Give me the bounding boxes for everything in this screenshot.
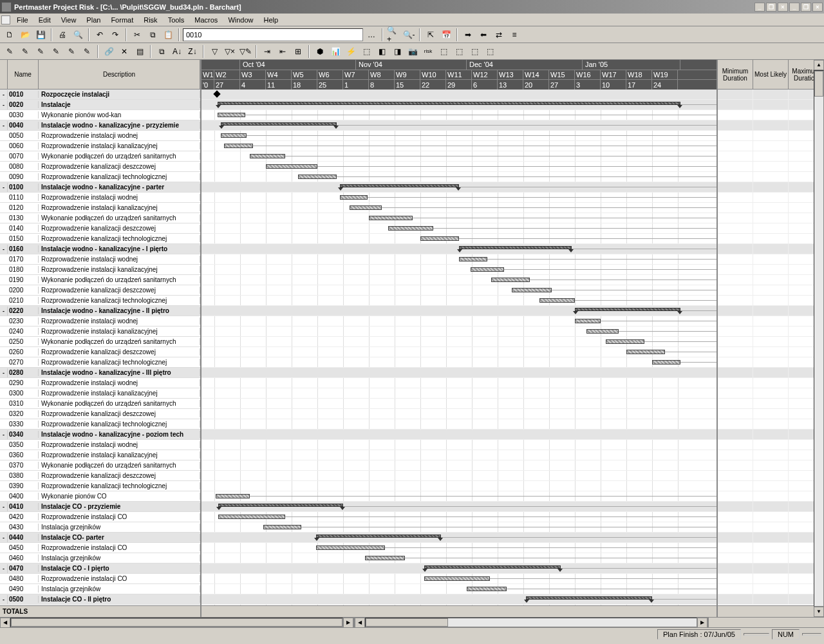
gantt-row[interactable] bbox=[201, 265, 716, 275]
table-row[interactable]: -0020Instalacje bbox=[0, 100, 200, 110]
reschedule-icon[interactable]: ≡ bbox=[507, 28, 521, 42]
expand-toggle[interactable]: - bbox=[0, 183, 8, 192]
menu-format[interactable]: Format bbox=[106, 15, 138, 25]
duration-row[interactable] bbox=[718, 172, 824, 182]
gantt-row[interactable] bbox=[201, 584, 716, 594]
calendar-icon[interactable]: 📅 bbox=[439, 28, 453, 42]
analysis-1-icon[interactable]: ◧ bbox=[375, 44, 389, 59]
gantt-row[interactable] bbox=[201, 564, 716, 574]
duration-row[interactable] bbox=[718, 481, 824, 491]
gantt-row[interactable] bbox=[201, 110, 716, 120]
tool-4-icon[interactable]: ✎ bbox=[49, 44, 63, 59]
gantt-bar[interactable] bbox=[420, 236, 459, 241]
scroll-down-button[interactable]: ▼ bbox=[814, 607, 824, 617]
gantt-bar[interactable] bbox=[606, 339, 644, 344]
table-row[interactable]: 0170Rozprowadzenie instalacji wodnej bbox=[0, 254, 200, 265]
expand-toggle[interactable]: - bbox=[0, 100, 8, 109]
duration-row[interactable] bbox=[718, 223, 824, 234]
gantt-bar[interactable] bbox=[221, 133, 247, 138]
duration-row[interactable] bbox=[718, 100, 824, 110]
name-column-header[interactable]: Name bbox=[8, 60, 39, 89]
table-row[interactable]: 0380Rozprowadzenie kanalizacji deszczowe… bbox=[0, 471, 200, 481]
table-row[interactable]: -0010Rozpoczęcie instalacji bbox=[0, 90, 200, 100]
duration-row[interactable] bbox=[718, 120, 824, 131]
left-scroll-right[interactable]: ▶ bbox=[343, 618, 353, 628]
table-row[interactable]: 0390Rozprowadzenie kanalizacji technolog… bbox=[0, 481, 200, 491]
table-row[interactable]: 0070Wykonanie podłączeń do urządzeń sani… bbox=[0, 151, 200, 162]
gantt-bar[interactable] bbox=[459, 257, 487, 261]
restore-button[interactable]: ❐ bbox=[766, 3, 776, 12]
table-row[interactable]: -0280Instalacje wodno - kanalizacyjne - … bbox=[0, 368, 200, 378]
gantt-bar[interactable] bbox=[626, 350, 665, 354]
gantt-row[interactable] bbox=[201, 450, 716, 460]
gantt-hscroll-thumb[interactable] bbox=[366, 618, 449, 627]
gantt-row[interactable] bbox=[201, 162, 716, 172]
tornado-icon[interactable]: ⚡ bbox=[344, 44, 358, 59]
gantt-bar[interactable] bbox=[575, 308, 680, 311]
analysis-2-icon[interactable]: ◨ bbox=[390, 44, 404, 59]
gantt-bar[interactable] bbox=[652, 360, 680, 365]
duration-row[interactable] bbox=[718, 388, 824, 399]
table-row[interactable]: -0100Instalacje wodno - kanalizacyjne - … bbox=[0, 182, 200, 193]
duration-column-header[interactable]: Most Likely bbox=[753, 60, 789, 89]
close-button[interactable]: × bbox=[778, 3, 788, 12]
description-column-header[interactable]: Description bbox=[39, 60, 200, 89]
table-row[interactable]: 0360Rozprowadzenie instalacji kanalizacy… bbox=[0, 450, 200, 460]
gantt-row[interactable] bbox=[201, 223, 716, 234]
gantt-row[interactable] bbox=[201, 151, 716, 162]
table-row[interactable]: 0320Rozprowadzenie kanalizacji deszczowe… bbox=[0, 409, 200, 419]
duration-row[interactable] bbox=[718, 296, 824, 306]
filter-clear-icon[interactable]: ▽× bbox=[223, 44, 237, 59]
child-close-button[interactable]: × bbox=[812, 3, 823, 12]
gantt-bar[interactable] bbox=[491, 278, 530, 282]
duration-row[interactable] bbox=[718, 491, 824, 502]
duration-row[interactable] bbox=[718, 564, 824, 574]
duration-row[interactable] bbox=[718, 512, 824, 522]
duration-row[interactable] bbox=[718, 275, 824, 285]
duration-row[interactable] bbox=[718, 182, 824, 193]
gantt-bar[interactable] bbox=[224, 144, 253, 148]
zoom-in-icon[interactable]: 🔍+ bbox=[386, 28, 400, 42]
gantt-row[interactable] bbox=[201, 419, 716, 430]
child-minimize-button[interactable]: _ bbox=[789, 3, 800, 12]
tool-6-icon[interactable]: ✎ bbox=[80, 44, 94, 59]
gantt-bar[interactable] bbox=[388, 226, 433, 231]
gantt-row[interactable] bbox=[201, 481, 716, 491]
gantt-bar[interactable] bbox=[218, 113, 245, 117]
gantt-bar[interactable] bbox=[365, 556, 405, 560]
table-row[interactable]: 0050Rozprowadzenie instalacji wodnej bbox=[0, 131, 200, 141]
gantt-row[interactable] bbox=[201, 522, 716, 533]
expand-toggle[interactable]: - bbox=[0, 533, 8, 542]
expand-toggle[interactable]: - bbox=[0, 90, 8, 99]
gantt-row[interactable] bbox=[201, 553, 716, 564]
table-row[interactable]: 0260Rozprowadzenie kanalizacji deszczowe… bbox=[0, 347, 200, 357]
minimize-button[interactable]: _ bbox=[754, 3, 765, 12]
gantt-bar[interactable] bbox=[221, 122, 337, 126]
duration-row[interactable] bbox=[718, 285, 824, 296]
table-row[interactable]: 0140Rozprowadzenie kanalizacji deszczowe… bbox=[0, 223, 200, 234]
risk-opt-4-icon[interactable]: ⬚ bbox=[483, 44, 497, 59]
duration-row[interactable] bbox=[718, 430, 824, 440]
gantt-row[interactable] bbox=[201, 378, 716, 388]
table-row[interactable]: 0370Wykonanie podłączeń do urządzeń sani… bbox=[0, 460, 200, 471]
camera-icon[interactable]: 📷 bbox=[406, 44, 420, 59]
gantt-row[interactable] bbox=[201, 90, 716, 100]
unlink-icon[interactable]: ✕ bbox=[117, 44, 131, 59]
name-input[interactable] bbox=[183, 28, 363, 41]
duration-row[interactable] bbox=[718, 162, 824, 172]
gantt-row[interactable] bbox=[201, 460, 716, 471]
duration-row[interactable] bbox=[718, 234, 824, 244]
risk-opt-1-icon[interactable]: ⬚ bbox=[436, 44, 451, 59]
gantt-row[interactable] bbox=[201, 327, 716, 337]
duration-row[interactable] bbox=[718, 327, 824, 337]
gantt-row[interactable] bbox=[201, 533, 716, 543]
table-row[interactable]: 0180Rozprowadzenie instalacji kanalizacy… bbox=[0, 265, 200, 275]
gantt-row[interactable] bbox=[201, 388, 716, 399]
gantt-bar[interactable] bbox=[340, 184, 459, 187]
table-row[interactable]: 0060Rozprowadzenie instalacji kanalizacy… bbox=[0, 141, 200, 151]
duration-row[interactable] bbox=[718, 110, 824, 120]
expand-toggle[interactable]: - bbox=[0, 307, 8, 316]
table-row[interactable]: 0450Rozprowadzenie instalacji CO bbox=[0, 543, 200, 553]
gantt-row[interactable] bbox=[201, 512, 716, 522]
duration-row[interactable] bbox=[718, 574, 824, 584]
